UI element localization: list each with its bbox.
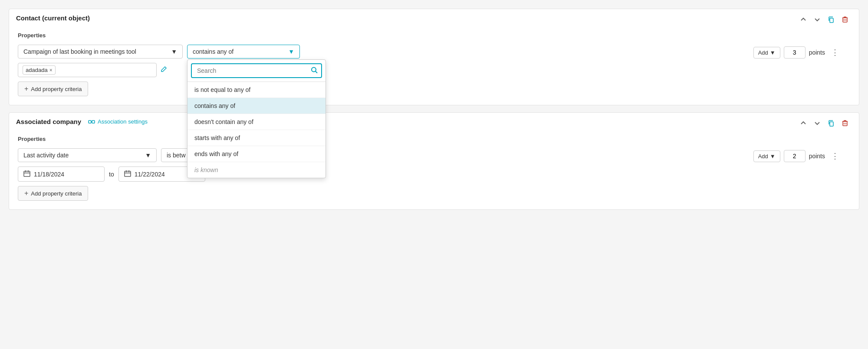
filter-option-contains-any[interactable]: contains any of [187, 98, 326, 114]
section2-property-dropdown-arrow: ▼ [145, 152, 151, 159]
section2-filter-dropdown-label: is betw [167, 152, 186, 159]
section2-add-property-criteria-button[interactable]: + Add property criteria [18, 186, 88, 201]
svg-rect-9 [830, 122, 833, 126]
section1-collapse-down-button[interactable] [812, 14, 822, 25]
section1-collapse-up-button[interactable] [798, 14, 809, 25]
section2-points-input[interactable] [784, 150, 806, 162]
section1-copy-button[interactable] [826, 14, 836, 25]
section2-points-row: Add ▼ points ⋮ [753, 150, 842, 162]
section1-property-dropdown[interactable]: Campaign of last booking in meetings too… [18, 45, 183, 59]
section2-delete-button[interactable] [840, 118, 850, 128]
svg-rect-0 [830, 18, 833, 23]
svg-rect-7 [92, 121, 95, 123]
section1-add-dropdown-button[interactable]: Add ▼ [753, 47, 780, 59]
section2-date-from-value: 11/18/2024 [34, 171, 64, 178]
section1-more-button[interactable]: ⋮ [829, 47, 842, 58]
section2-property-dropdown-label: Last activity date [23, 152, 69, 159]
section2-date-row: 11/18/2024 to 11/22/2024 [18, 166, 850, 182]
section1-filter-menu: is not equal to any of contains any of d… [187, 59, 326, 178]
section1-points-label: points [809, 49, 825, 56]
section1-tag: adadada × [23, 65, 56, 75]
svg-point-4 [312, 68, 316, 72]
section1-title: Contact (current object) [16, 14, 90, 22]
filter-search-input[interactable] [191, 63, 322, 78]
search-container [187, 60, 326, 82]
svg-rect-6 [89, 121, 91, 123]
filter-option-starts-with[interactable]: starts with any of [187, 130, 326, 146]
section1-filter-dropdown-label: contains any of [193, 48, 233, 55]
section2-actions [798, 118, 850, 128]
section1-tag-remove-button[interactable]: × [49, 67, 53, 73]
section1-tag-container: adadada × [18, 63, 157, 77]
filter-option-is-known[interactable]: is known [187, 162, 326, 178]
section2-date-from-input[interactable]: 11/18/2024 [18, 166, 105, 182]
plus-icon-2: + [24, 189, 28, 197]
svg-rect-13 [24, 171, 30, 176]
filter-option-not-equal[interactable]: is not equal to any of [187, 82, 326, 98]
section2-add-dropdown-button[interactable]: Add ▼ [753, 150, 780, 162]
section1-filter-dropdown[interactable]: contains any of ▼ [187, 45, 300, 59]
section2-collapse-down-button[interactable] [812, 118, 822, 128]
section1-add-property-criteria-button[interactable]: + Add property criteria [18, 82, 88, 96]
svg-rect-1 [843, 18, 847, 22]
section2-property-dropdown[interactable]: Last activity date ▼ [18, 148, 157, 162]
to-label: to [109, 171, 114, 178]
filter-option-doesnt-contain[interactable]: doesn't contain any of [187, 114, 326, 130]
section2-points-label: points [809, 153, 825, 160]
search-icon [311, 67, 318, 75]
section1-edit-icon[interactable] [160, 66, 167, 74]
section1-actions [798, 14, 850, 25]
plus-icon: + [24, 85, 28, 93]
section1-properties-label: Properties [18, 32, 850, 39]
add-dropdown-arrow-icon: ▼ [770, 49, 776, 56]
calendar-from-icon [23, 170, 30, 178]
section1-delete-button[interactable] [840, 14, 850, 25]
svg-rect-10 [843, 121, 847, 126]
section2-more-button[interactable]: ⋮ [829, 150, 842, 162]
section1-property-dropdown-arrow: ▼ [171, 48, 177, 55]
section2-title: Associated company [16, 118, 81, 125]
association-settings-label: Association settings [98, 118, 148, 125]
section2-date-to-value: 11/22/2024 [135, 171, 165, 178]
section1-tag-value: adadada [26, 67, 48, 73]
section2-properties-label: Properties [18, 136, 850, 142]
calendar-to-icon [124, 170, 131, 178]
section1-points-input[interactable] [784, 46, 806, 59]
section1-points-row: Add ▼ points ⋮ [753, 46, 842, 59]
svg-rect-17 [125, 171, 131, 176]
section2-add-dropdown-arrow-icon: ▼ [770, 153, 776, 160]
association-settings-button[interactable]: Association settings [88, 118, 148, 125]
section1-property-dropdown-label: Campaign of last booking in meetings too… [23, 48, 136, 55]
section1-tag-row: adadada × [18, 63, 850, 77]
section2-collapse-up-button[interactable] [798, 118, 809, 128]
section1-filter-dropdown-arrow: ▼ [288, 48, 294, 55]
svg-line-5 [316, 72, 317, 73]
filter-option-ends-with[interactable]: ends with any of [187, 146, 326, 162]
section2-copy-button[interactable] [826, 118, 836, 128]
